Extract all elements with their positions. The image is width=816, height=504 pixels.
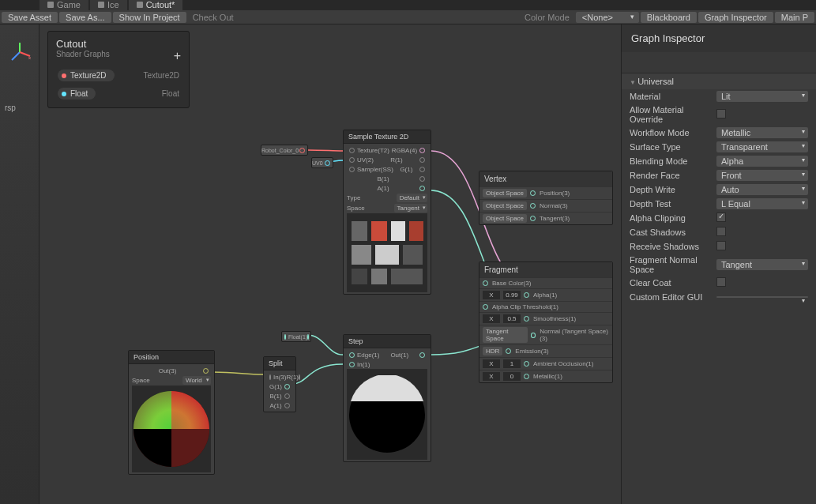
input-port[interactable] (349, 362, 355, 367)
input-port[interactable] (524, 374, 529, 379)
output-port[interactable] (307, 334, 309, 340)
inspector-dropdown[interactable]: Transparent (716, 141, 808, 152)
x-label: X (483, 372, 500, 381)
input-port[interactable] (349, 352, 355, 358)
value-field[interactable]: 1 (503, 359, 521, 368)
scene-view-strip: x rsp (0, 24, 39, 504)
input-port[interactable] (349, 157, 355, 163)
x-label: X (483, 314, 500, 323)
inspector-label: Fragment Normal Space (630, 255, 716, 274)
main-preview-button[interactable]: Main P (775, 12, 814, 23)
space-dropdown[interactable]: World (182, 376, 211, 385)
output-port[interactable] (203, 368, 209, 374)
tab-cutout[interactable]: Cutout* (129, 0, 183, 10)
color-mode-dropdown[interactable]: <None> (576, 12, 639, 23)
graph-inspector-button[interactable]: Graph Inspector (698, 12, 773, 23)
input-port[interactable] (483, 304, 488, 310)
inspector-dropdown[interactable]: Auto (716, 184, 808, 195)
inspector-checkbox[interactable] (716, 241, 726, 250)
property-node-robot-color[interactable]: Robot_Color_0 (261, 145, 308, 156)
input-port[interactable] (530, 203, 536, 209)
property-node-float[interactable]: Float(1) (281, 331, 311, 342)
inspector-row: Render FaceFront (622, 168, 816, 182)
blackboard-title: Cutout (56, 38, 181, 50)
port-label: B(1) (377, 175, 389, 182)
port-label: Tangent(3) (540, 215, 570, 222)
input-port[interactable] (349, 167, 355, 172)
input-port[interactable] (524, 361, 529, 367)
show-in-project-button[interactable]: Show In Project (113, 12, 186, 23)
inspector-dropdown[interactable]: Metallic (716, 127, 808, 138)
blackboard-button[interactable]: Blackboard (641, 12, 697, 23)
input-port[interactable] (530, 216, 536, 221)
input-port[interactable] (269, 374, 271, 380)
inspector-checkbox[interactable] (716, 277, 726, 287)
property-pill[interactable]: Texture2D (58, 70, 115, 81)
orientation-gizmo[interactable]: x (8, 40, 32, 64)
output-port[interactable] (284, 403, 290, 408)
inspector-dropdown[interactable]: Alpha (716, 156, 808, 167)
input-port[interactable] (506, 348, 511, 354)
blackboard-property[interactable]: FloatFloat (53, 85, 184, 103)
step-node[interactable]: Step Edge(1)Out(1) In(1) (343, 334, 431, 462)
output-port[interactable] (299, 148, 305, 153)
property-pill[interactable]: Float (58, 88, 96, 100)
value-field[interactable]: 0.99 (503, 291, 521, 299)
inspector-checkbox[interactable] (716, 227, 726, 236)
output-port[interactable] (284, 384, 290, 389)
input-port[interactable] (349, 148, 355, 153)
blackboard-add-button[interactable]: + (174, 49, 181, 63)
inspector-dropdown[interactable]: Front (716, 170, 808, 181)
inspector-row: Cast Shadows (622, 225, 816, 239)
inspector-dropdown[interactable]: L Equal (716, 198, 808, 209)
port-label: In(3) (273, 374, 286, 381)
output-port[interactable] (419, 167, 425, 172)
output-port[interactable] (325, 160, 330, 166)
inspector-checkbox[interactable] (716, 213, 726, 222)
output-port[interactable] (419, 176, 425, 182)
blackboard-panel[interactable]: Cutout Shader Graphs + Texture2DTexture2… (47, 31, 190, 108)
output-port[interactable] (419, 148, 425, 153)
value-field[interactable]: 0.5 (503, 314, 521, 323)
fragment-input-row: Tangent SpaceNormal (Tangent Space)(3) (479, 325, 612, 344)
port[interactable] (284, 334, 286, 340)
save-asset-button[interactable]: Save Asset (2, 12, 58, 23)
inspector-checkbox[interactable] (716, 109, 726, 118)
value-field[interactable]: 0 (503, 372, 521, 381)
type-dropdown[interactable]: Default (397, 194, 427, 202)
output-port[interactable] (419, 186, 425, 191)
inspector-dropdown[interactable]: Tangent (716, 259, 808, 270)
space-dropdown[interactable]: Tangent (394, 204, 427, 213)
tab-icon (98, 2, 104, 8)
property-dot-icon (62, 73, 66, 78)
fragment-input-row: X1Ambient Occlusion(1) (479, 357, 612, 370)
split-node[interactable]: Split In(3)R(1) G(1) B(1) A(1) (263, 356, 296, 412)
input-port[interactable] (483, 280, 488, 286)
input-port[interactable] (524, 316, 529, 322)
inspector-section-header[interactable]: Universal (622, 73, 816, 89)
input-port[interactable] (530, 190, 536, 196)
fragment-master-node[interactable]: Fragment Base Color(3)X0.99Alpha(1)Alpha… (479, 261, 613, 383)
sample-texture-2d-node[interactable]: Sample Texture 2D Texture(T2)RGBA(4) UV(… (343, 130, 431, 295)
inspector-row: Receive Shadows (622, 239, 816, 254)
output-port[interactable] (299, 374, 300, 380)
svg-line-0 (12, 52, 20, 60)
inspector-field[interactable] (716, 296, 808, 298)
output-port[interactable] (419, 352, 425, 358)
output-port[interactable] (419, 157, 425, 163)
output-port[interactable] (284, 393, 290, 399)
port-label: Smoothness(1) (533, 315, 576, 322)
graph-canvas[interactable]: Cutout Shader Graphs + Texture2DTexture2… (39, 24, 621, 504)
tab-ice[interactable]: Ice (90, 0, 127, 10)
inspector-dropdown[interactable]: Lit (716, 91, 808, 102)
uv0-chip[interactable]: UV0 (311, 157, 333, 168)
position-node[interactable]: Position Out(3) SpaceWorld (128, 350, 215, 475)
input-port[interactable] (524, 292, 529, 298)
vertex-master-node[interactable]: Vertex Object SpacePosition(3)Object Spa… (479, 171, 613, 225)
blackboard-property[interactable]: Texture2DTexture2D (53, 66, 184, 85)
save-as-button[interactable]: Save As... (59, 12, 111, 23)
input-port[interactable] (531, 333, 536, 338)
tab-game[interactable]: Game (39, 0, 88, 10)
fragment-input-row: X0.99Alpha(1) (479, 288, 612, 301)
svg-rect-12 (352, 269, 367, 284)
